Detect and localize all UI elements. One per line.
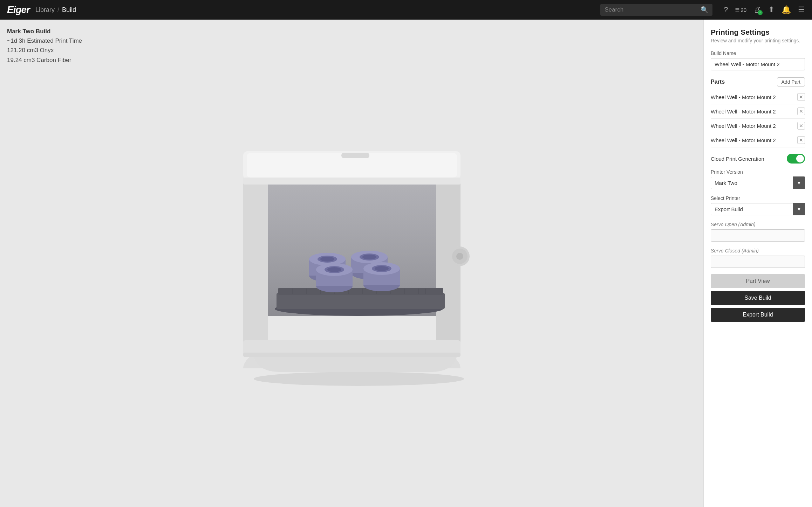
part-name: Wheel Well - Motor Mount 2 bbox=[711, 137, 776, 143]
part-remove-button-4[interactable]: ✕ bbox=[797, 136, 805, 144]
build-name-label: Build Name bbox=[711, 50, 805, 56]
servo-closed-label: Servo Closed (Admin) bbox=[711, 248, 805, 254]
breadcrumb-separator: / bbox=[57, 6, 59, 14]
select-printer-label: Select Printer bbox=[711, 195, 805, 201]
build-name-input[interactable] bbox=[711, 58, 805, 70]
save-build-button[interactable]: Save Build bbox=[711, 291, 805, 305]
panel-title: Printing Settings bbox=[711, 28, 805, 36]
select-printer-select[interactable]: Export Build Printer 1 Printer 2 bbox=[711, 203, 805, 215]
build-title: Mark Two Build bbox=[7, 27, 82, 36]
upload-icon: ⬆ bbox=[768, 5, 775, 14]
hamburger-icon: ☰ bbox=[798, 5, 805, 14]
svg-point-26 bbox=[320, 257, 334, 262]
3d-viewport: Mark Two Build ~1d 3h Estimated Print Ti… bbox=[0, 20, 703, 507]
printer-status-container: 🖨 ✓ bbox=[753, 5, 761, 14]
right-panel: Printing Settings Review and modify your… bbox=[703, 20, 812, 507]
part-item: Wheel Well - Motor Mount 2 ✕ bbox=[711, 104, 805, 119]
app-logo: Eiger bbox=[7, 4, 30, 15]
part-remove-button-2[interactable]: ✕ bbox=[797, 107, 805, 115]
cloud-print-row: Cloud Print Generation bbox=[711, 154, 805, 164]
part-name: Wheel Well - Motor Mount 2 bbox=[711, 123, 776, 129]
breadcrumb-current: Build bbox=[62, 6, 76, 14]
bell-icon: 🔔 bbox=[782, 5, 791, 14]
svg-rect-45 bbox=[341, 153, 369, 158]
svg-rect-9 bbox=[277, 293, 445, 309]
search-bar: 🔍 bbox=[600, 4, 712, 16]
svg-rect-46 bbox=[243, 353, 460, 357]
svg-point-0 bbox=[254, 372, 464, 386]
cloud-print-label: Cloud Print Generation bbox=[711, 156, 764, 162]
breadcrumb-library[interactable]: Library bbox=[35, 6, 55, 14]
build-info: Mark Two Build ~1d 3h Estimated Print Ti… bbox=[7, 27, 82, 65]
help-icon: ? bbox=[724, 5, 728, 14]
export-build-button[interactable]: Export Build bbox=[711, 308, 805, 322]
part-item: Wheel Well - Motor Mount 2 ✕ bbox=[711, 119, 805, 133]
printer-version-wrapper: Mark Two Mark One Mark X ▼ bbox=[711, 177, 805, 189]
svg-rect-7 bbox=[243, 178, 460, 185]
toggle-knob bbox=[796, 155, 804, 162]
menu-button[interactable]: ☰ bbox=[798, 5, 805, 14]
onyx-volume: 121.20 cm3 Onyx bbox=[7, 46, 82, 55]
printer-svg bbox=[208, 137, 496, 389]
help-button[interactable]: ? bbox=[724, 5, 728, 14]
svg-rect-6 bbox=[243, 340, 460, 354]
svg-point-31 bbox=[362, 255, 376, 259]
cloud-print-toggle[interactable] bbox=[787, 154, 805, 164]
part-view-button[interactable]: Part View bbox=[711, 274, 805, 288]
upload-button[interactable]: ⬆ bbox=[768, 5, 775, 14]
parts-list: Wheel Well - Motor Mount 2 ✕ Wheel Well … bbox=[711, 90, 805, 147]
part-remove-button-1[interactable]: ✕ bbox=[797, 93, 805, 101]
nav-icons: ? ≡ 20 🖨 ✓ ⬆ 🔔 ☰ bbox=[724, 5, 805, 14]
printer-version-label: Printer Version bbox=[711, 169, 805, 175]
part-name: Wheel Well - Motor Mount 2 bbox=[711, 94, 776, 100]
add-part-button[interactable]: Add Part bbox=[777, 77, 805, 86]
navbar: Eiger Library / Build 🔍 ? ≡ 20 🖨 ✓ ⬆ 🔔 bbox=[0, 0, 812, 20]
print-queue-button[interactable]: ≡ 20 bbox=[735, 5, 746, 14]
svg-point-36 bbox=[327, 267, 341, 272]
printer-status-check-icon: ✓ bbox=[758, 10, 763, 15]
servo-open-input[interactable] bbox=[711, 229, 805, 242]
notifications-button[interactable]: 🔔 bbox=[782, 5, 791, 14]
svg-point-44 bbox=[456, 253, 463, 260]
search-icon: 🔍 bbox=[701, 6, 708, 14]
part-item: Wheel Well - Motor Mount 2 ✕ bbox=[711, 90, 805, 104]
servo-closed-input[interactable] bbox=[711, 256, 805, 268]
printer-version-select[interactable]: Mark Two Mark One Mark X bbox=[711, 177, 805, 189]
part-remove-button-3[interactable]: ✕ bbox=[797, 122, 805, 130]
part-name: Wheel Well - Motor Mount 2 bbox=[711, 109, 776, 114]
printer-scene bbox=[208, 137, 496, 389]
parts-header: Parts Add Part bbox=[711, 77, 805, 86]
carbon-fiber-volume: 19.24 cm3 Carbon Fiber bbox=[7, 55, 82, 65]
main-layout: Mark Two Build ~1d 3h Estimated Print Ti… bbox=[0, 20, 812, 507]
parts-label: Parts bbox=[711, 79, 725, 85]
part-item: Wheel Well - Motor Mount 2 ✕ bbox=[711, 133, 805, 147]
search-input[interactable] bbox=[605, 6, 698, 13]
panel-subtitle: Review and modify your printing settings… bbox=[711, 38, 805, 43]
estimated-time: ~1d 3h Estimated Print Time bbox=[7, 36, 82, 46]
print-queue-icon: ≡ bbox=[735, 5, 739, 14]
svg-point-41 bbox=[375, 266, 389, 271]
select-printer-wrapper: Export Build Printer 1 Printer 2 ▼ bbox=[711, 203, 805, 215]
breadcrumb: Library / Build bbox=[35, 6, 76, 14]
servo-open-label: Servo Open (Admin) bbox=[711, 222, 805, 227]
print-queue-count: 20 bbox=[741, 7, 746, 13]
